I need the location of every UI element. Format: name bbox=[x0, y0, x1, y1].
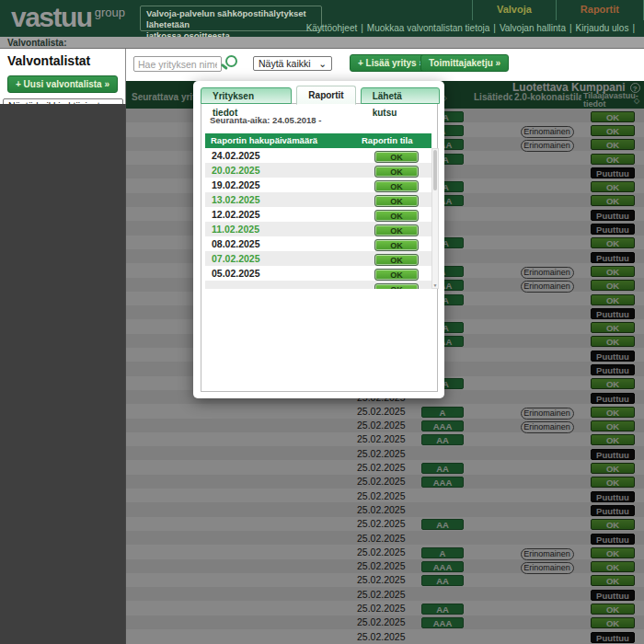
report-row: 20.02.2025OK bbox=[205, 163, 431, 178]
report-date: 07.02.2025 bbox=[205, 253, 362, 264]
report-table-header: Raportin hakupäivämäärä Raportin tila bbox=[205, 133, 431, 148]
report-date: 05.02.2025 bbox=[205, 268, 362, 279]
report-date: 12.02.2025 bbox=[205, 209, 362, 220]
header-link[interactable]: Valvojan hallinta bbox=[500, 23, 566, 33]
scroll-down-arrow-icon[interactable]: ▼ bbox=[432, 282, 438, 288]
report-date: 08.02.2025 bbox=[205, 238, 362, 249]
report-date: 13.02.2025 bbox=[205, 194, 362, 205]
report-row: 24.02.2025OK bbox=[205, 148, 431, 163]
report-status-column-header: Raportin tila bbox=[362, 133, 431, 148]
report-row: 05.02.2025OK bbox=[205, 266, 431, 281]
logo-brand-text: vastuu bbox=[11, 2, 92, 32]
modal-panel: Seuranta-aika: 24.05.2018 - Raportin hak… bbox=[201, 103, 438, 392]
top-nav-tabs: ValvojaRaportit bbox=[472, 0, 644, 20]
scrollbar-thumb[interactable] bbox=[433, 150, 437, 190]
report-date: 19.02.2025 bbox=[205, 179, 362, 190]
report-row: 11.02.2025OK bbox=[205, 222, 431, 236]
report-date: 20.02.2025 bbox=[205, 165, 362, 176]
logo-suffix-text: group bbox=[95, 6, 125, 19]
modal-tabs: Yrityksen tiedotRaportitLähetä kutsu bbox=[201, 86, 444, 104]
new-list-button[interactable]: + Uusi valvontalista » bbox=[7, 75, 118, 93]
report-row: 12.02.2025OK bbox=[205, 207, 431, 222]
link-separator: | bbox=[493, 23, 496, 33]
report-date: 24.02.2025 bbox=[205, 150, 362, 161]
modal-tab-raportit[interactable]: Raportit bbox=[296, 86, 355, 105]
vastuu-group-logo: vastuugroup bbox=[11, 2, 125, 33]
modal-tab-yrityksen-tiedot[interactable]: Yrityksen tiedot bbox=[201, 87, 292, 104]
scrollbar[interactable]: ▼ bbox=[431, 148, 439, 289]
notification-banner: Valvoja-palvelun sähköpostihälytykset lä… bbox=[140, 6, 322, 31]
modal-tab-l-het-kutsu[interactable]: Lähetä kutsu bbox=[361, 87, 440, 104]
report-row: 08.02.2025OK bbox=[205, 236, 431, 251]
nav-tab-valvoja[interactable]: Valvoja bbox=[472, 0, 556, 20]
sidebar-title: Valvontalistat bbox=[7, 53, 118, 68]
search-input[interactable] bbox=[133, 56, 222, 72]
search-icon[interactable] bbox=[225, 55, 237, 67]
chevron-down-icon: ⌄ bbox=[318, 58, 327, 69]
header-link[interactable]: Muokkaa valvontalistan tietoja bbox=[367, 23, 489, 33]
monitoring-period-label: Seuranta-aika: 24.05.2018 - bbox=[210, 115, 437, 125]
report-list: 24.02.2025OK20.02.2025OK19.02.2025OK13.0… bbox=[205, 148, 439, 289]
notification-line1: Valvoja-palvelun sähköpostihälytykset lä… bbox=[146, 8, 316, 30]
valvontalista-bar: Valvontalista: bbox=[0, 37, 644, 49]
report-row: 19.02.2025OK bbox=[205, 178, 431, 192]
app-header: vastuugroup Valvoja-palvelun sähköpostih… bbox=[0, 0, 644, 37]
report-date-column-header: Raportin hakupäivämäärä bbox=[205, 133, 362, 148]
header-link[interactable]: Käyttöohjeet bbox=[306, 23, 358, 33]
link-separator: | bbox=[569, 23, 572, 33]
report-row: 07.02.2025OK bbox=[205, 251, 431, 266]
report-ok-button[interactable]: OK bbox=[374, 283, 419, 289]
nav-tab-raportit[interactable]: Raportit bbox=[556, 0, 644, 20]
show-filter-value: Näytä kaikki bbox=[259, 58, 311, 69]
link-separator: | bbox=[361, 23, 363, 33]
supplier-chain-button[interactable]: Toimittajaketju » bbox=[420, 54, 509, 72]
report-rows: 24.02.2025OK20.02.2025OK19.02.2025OK13.0… bbox=[205, 148, 439, 289]
modal-backdrop[interactable] bbox=[0, 104, 126, 644]
header-links: Käyttöohjeet|Muokkaa valvontalistan tiet… bbox=[306, 23, 638, 33]
report-row: OK bbox=[205, 281, 431, 289]
valvontalista-label: Valvontalista: bbox=[7, 38, 66, 48]
link-separator: | bbox=[632, 23, 635, 33]
report-date: 11.02.2025 bbox=[205, 224, 362, 235]
show-filter-select[interactable]: Näytä kaikki ⌄ bbox=[253, 56, 332, 71]
report-row: 13.02.2025OK bbox=[205, 192, 431, 207]
toolbar: Näytä kaikki ⌄ + Lisää yritys » Toimitta… bbox=[126, 49, 644, 81]
report-status-cell: OK bbox=[362, 280, 431, 289]
company-report-modal: Yrityksen tiedotRaportitLähetä kutsu Seu… bbox=[193, 81, 444, 398]
app-screen: vastuugroup Valvoja-palvelun sähköpostih… bbox=[0, 0, 644, 644]
header-link[interactable]: Kirjaudu ulos bbox=[576, 23, 629, 33]
